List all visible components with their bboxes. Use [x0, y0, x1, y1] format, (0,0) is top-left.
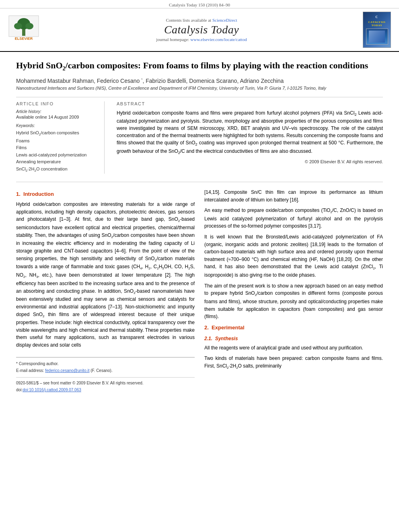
body-col-left: 1. Introduction Hybrid oxide/carbon comp…: [16, 189, 195, 393]
article-info-label: ARTICLE INFO: [16, 101, 96, 106]
issn-text: 0920-5861/$ – see front matter © 2009 El…: [16, 380, 144, 386]
email-link[interactable]: federico.cesano@unito.it: [45, 368, 89, 373]
footer-bottom: 0920-5861/$ – see front matter © 2009 El…: [16, 377, 195, 386]
journal-cover-image: C CATALYSISTODAY: [363, 12, 391, 48]
elsevier-logo: ELSEVIER: [8, 15, 40, 45]
cover-label: C: [376, 15, 378, 19]
homepage-link[interactable]: www.elsevier.com/locate/cattod: [190, 37, 247, 42]
sciencedirect-link[interactable]: ScienceDirect: [212, 18, 237, 23]
footnote-section: * Corresponding author. E-mail address: …: [16, 357, 195, 374]
right-para4: The aim of the present work is to show a…: [204, 282, 383, 320]
history-label: Article history:: [16, 109, 96, 114]
email-label: E-mail address:: [16, 368, 44, 373]
keyword-1: Hybrid SnO2/carbon composites: [16, 129, 96, 138]
abstract-label: ABSTRACT: [117, 101, 383, 106]
doi-label: doi:: [16, 388, 23, 392]
synthesis-para1: All the reagents were of analytical grad…: [204, 344, 383, 352]
keyword-3: Films: [16, 144, 96, 152]
journal-citation-bar: Catalysis Today 150 (2010) 84–90: [0, 0, 399, 8]
divider-1: [16, 97, 383, 97]
homepage-label: journal homepage:: [156, 37, 190, 42]
main-content: Hybrid SnO2/carbon composites: From foam…: [0, 52, 399, 401]
sciencedirect-prefix: Contents lists available at: [166, 18, 212, 23]
section2-heading: 2. Experimental: [204, 324, 383, 332]
keyword-5: Annealing temperature: [16, 158, 96, 166]
svg-point-4: [25, 23, 33, 29]
page: Catalysis Today 150 (2010) 84–90 ELSEVIE…: [0, 0, 399, 532]
article-info-panel: ARTICLE INFO Article history: Available …: [16, 101, 105, 174]
abstract-panel: ABSTRACT Hybrid oxide/carbon composite f…: [117, 101, 383, 174]
synthesis-para2: Two kinds of materials have been prepare…: [204, 355, 383, 370]
divider-2: [16, 182, 383, 182]
journal-citation: Catalysis Today 150 (2010) 84–90: [169, 2, 230, 7]
journal-header: ELSEVIER Contents lists available at Sci…: [0, 8, 399, 52]
right-para1: [14,15]. Composite Sn/C thin film can im…: [204, 189, 383, 203]
doi-link[interactable]: doi:10.1016/j.cattod.2009.07.063: [23, 388, 81, 392]
keywords-label: Keywords:: [16, 123, 96, 128]
keyword-6: SnCl2·2H2O concentration: [16, 166, 96, 174]
email-info: E-mail address: federico.cesano@unito.it…: [16, 368, 195, 374]
abstract-text: Hybrid oxide/carbon composite foams and …: [117, 109, 383, 156]
body-columns: 1. Introduction Hybrid oxide/carbon comp…: [16, 189, 383, 393]
available-online: Available online 14 August 2009: [16, 115, 96, 119]
section2-1-heading: 2.1. Synthesis: [204, 335, 383, 343]
keyword-2: Foams: [16, 138, 96, 145]
info-abstract-section: ARTICLE INFO Article history: Available …: [16, 101, 383, 174]
svg-point-3: [14, 23, 22, 29]
right-para2: An easy method to prepare oxide/carbon c…: [204, 207, 383, 230]
affiliation: Nanostructured Interfaces and Surfaces (…: [16, 86, 383, 90]
journal-title: Catalysis Today: [40, 23, 363, 36]
journal-center: Contents lists available at ScienceDirec…: [40, 18, 363, 42]
article-title: Hybrid SnO2/carbon composites: From foam…: [16, 60, 383, 73]
copyright-text: © 2009 Elsevier B.V. All rights reserved…: [117, 159, 383, 164]
keyword-4: Lewis acid-catalyzed polymerization: [16, 152, 96, 159]
doi-text: doi:doi:10.1016/j.cattod.2009.07.063: [16, 387, 195, 393]
corresponding-note: * Corresponding author.: [16, 361, 195, 367]
email-suffix: (F. Cesano).: [90, 368, 112, 373]
journal-homepage: journal homepage: www.elsevier.com/locat…: [40, 37, 363, 42]
authors: Mohammed Mastabur Rahman, Federico Cesan…: [16, 78, 383, 84]
sciencedirect-info: Contents lists available at ScienceDirec…: [40, 18, 363, 23]
right-para3: It is well known that the Bronsted/Lewis…: [204, 233, 383, 279]
cover-title: CATALYSISTODAY: [368, 21, 386, 27]
intro-para1: Hybrid oxide/carbon composites are inter…: [16, 201, 195, 349]
body-col-right: [14,15]. Composite Sn/C thin film can im…: [204, 189, 383, 393]
svg-text:ELSEVIER: ELSEVIER: [15, 37, 33, 41]
section1-heading: 1. Introduction: [16, 190, 195, 198]
